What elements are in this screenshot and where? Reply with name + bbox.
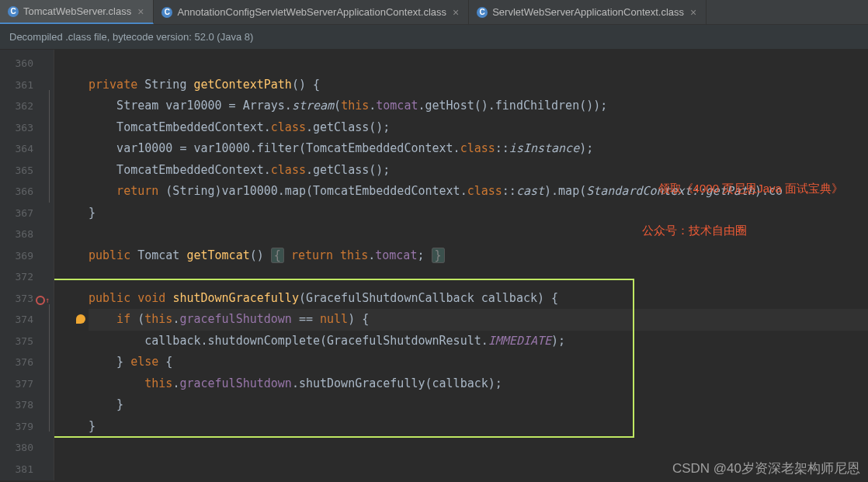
code-line: public Tomcat getTomcat() { return this.…: [89, 245, 868, 267]
line-number: 364: [0, 138, 54, 160]
class-file-icon: C: [8, 6, 19, 17]
code-line: public void shutDownGracefully(GracefulS…: [89, 288, 868, 310]
line-number: 369: [0, 245, 54, 267]
code-editor[interactable]: 360 361 362 363 364 365 366 367 368 369 …: [0, 50, 868, 480]
tab-servletwebserver[interactable]: C ServletWebServerApplicationContext.cla…: [469, 0, 707, 24]
code-line: Stream var10000 = Arrays.stream(this.tom…: [89, 95, 868, 117]
code-area[interactable]: private String getContextPath() { Stream…: [54, 50, 868, 480]
tab-tomcatwebserver[interactable]: C TomcatWebServer.class ×: [0, 0, 154, 24]
folded-region[interactable]: }: [432, 248, 445, 263]
fold-region-line: [49, 90, 50, 203]
line-number: 372: [0, 266, 54, 288]
code-line: TomcatEmbeddedContext.class.getClass();: [89, 117, 868, 139]
csdn-watermark: CSDN @40岁资深老架构师尼恩: [672, 459, 860, 477]
line-number: 361: [0, 75, 54, 96]
class-file-icon: C: [477, 7, 488, 18]
gutter: 360 361 362 363 364 365 366 367 368 369 …: [0, 50, 54, 480]
close-icon[interactable]: ×: [451, 6, 460, 19]
code-line: }: [89, 394, 868, 416]
tab-label: AnnotationConfigServletWebServerApplicat…: [177, 6, 446, 18]
line-number: 363: [0, 117, 54, 139]
code-line: } else {: [89, 352, 868, 373]
code-line: this.gracefulShutdown.shutDownGracefully…: [89, 373, 868, 395]
folded-region[interactable]: {: [271, 248, 284, 263]
code-line: TomcatEmbeddedContext.class.getClass();: [89, 160, 868, 182]
fold-region-line: [49, 304, 50, 432]
line-number: 376: [0, 352, 54, 373]
editor-tab-bar: C TomcatWebServer.class × C AnnotationCo…: [0, 0, 868, 25]
line-number: 368: [0, 224, 54, 245]
class-file-icon: C: [161, 7, 172, 18]
code-line: if (this.gracefulShutdown == null) {: [89, 309, 868, 331]
line-number: 380: [0, 437, 54, 459]
line-number: 381: [0, 459, 54, 480]
line-number: 379: [0, 416, 54, 438]
line-number: 360: [0, 53, 54, 75]
tab-label: TomcatWebServer.class: [23, 5, 131, 17]
code-line: callback.shutdownComplete(GracefulShutdo…: [89, 331, 868, 352]
line-number: 366: [0, 181, 54, 203]
tab-label: ServletWebServerApplicationContext.class: [492, 6, 684, 18]
code-line: var10000 = var10000.filter(TomcatEmbedde…: [89, 138, 868, 160]
override-marker-icon[interactable]: [36, 296, 45, 305]
code-line: }: [89, 416, 868, 438]
line-number: 378: [0, 394, 54, 416]
code-line: [89, 53, 868, 75]
decompiled-banner: Decompiled .class file, bytecode version…: [0, 25, 868, 50]
watermark-text: 公众号：技术自由圈: [642, 224, 747, 238]
code-line: private String getContextPath() {: [89, 75, 868, 96]
line-number: 374: [0, 309, 54, 331]
line-number: 377: [0, 373, 54, 395]
intention-bulb-icon[interactable]: [76, 314, 85, 324]
watermark-text: 领取《4000 页尼恩Java 面试宝典》: [658, 182, 843, 196]
line-number: 367: [0, 203, 54, 224]
code-line: [89, 224, 868, 245]
line-number: 375: [0, 331, 54, 352]
close-icon[interactable]: ×: [689, 6, 698, 19]
tab-annotationconfig[interactable]: C AnnotationConfigServletWebServerApplic…: [154, 0, 469, 24]
close-icon[interactable]: ×: [136, 5, 145, 18]
line-number: 365: [0, 160, 54, 182]
line-number: 362: [0, 95, 54, 117]
code-line: }: [89, 203, 868, 224]
code-line: [89, 437, 868, 459]
code-line: [89, 266, 868, 288]
